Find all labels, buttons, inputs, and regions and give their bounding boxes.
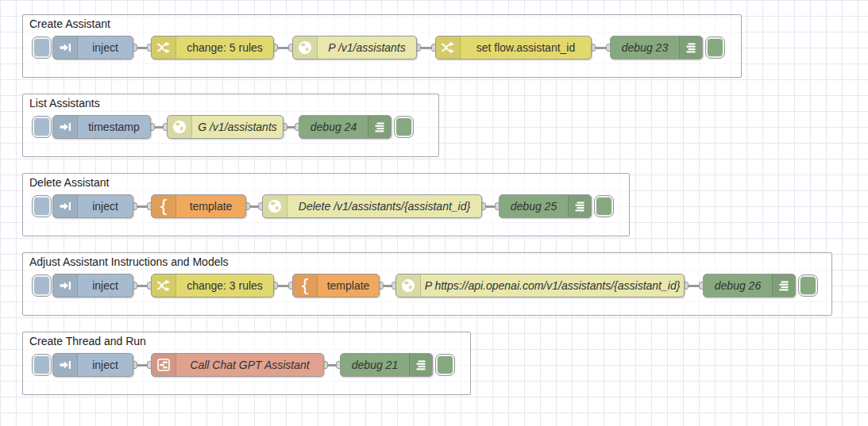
node-label: debug 23 bbox=[611, 36, 679, 59]
node-change-3-rules[interactable]: change: 3 rules bbox=[151, 274, 274, 297]
node-label: Call Chat GPT Assistant bbox=[176, 354, 323, 376]
node-label: debug 21 bbox=[341, 354, 409, 376]
node-g-v1-assistants[interactable]: G /v1/assistants bbox=[167, 115, 284, 139]
debug-toggle-face bbox=[396, 118, 411, 136]
shuffle-arrows-icon bbox=[436, 36, 461, 59]
globe-icon bbox=[396, 274, 421, 297]
node-label: change: 5 rules bbox=[176, 36, 273, 59]
subflow-icon bbox=[152, 354, 176, 376]
inject-button[interactable] bbox=[32, 116, 52, 138]
globe-icon bbox=[293, 36, 318, 59]
group-label: Create Assistant bbox=[29, 17, 110, 30]
curly-brace-icon: { bbox=[293, 274, 318, 297]
node-label: inject bbox=[78, 354, 133, 376]
node-label: P https://api.openai.com/v1/assistants/{… bbox=[421, 274, 684, 297]
node-debug-24[interactable]: debug 24 bbox=[299, 115, 392, 139]
group-label: Delete Assistant bbox=[29, 176, 109, 189]
inject-button[interactable] bbox=[32, 274, 52, 297]
node-label: debug 26 bbox=[704, 274, 772, 297]
debug-toggle-face bbox=[438, 356, 453, 374]
inject-arrow-icon bbox=[53, 195, 78, 217]
node-debug-26[interactable]: debug 26 bbox=[703, 274, 796, 297]
node-debug-23[interactable]: debug 23 bbox=[610, 36, 703, 59]
group-label: Adjust Assistant Instructions and Models bbox=[29, 255, 229, 268]
debug-toggle-button[interactable] bbox=[435, 354, 455, 376]
node-inject[interactable]: inject bbox=[52, 36, 133, 59]
node-label: P /v1/assistants bbox=[318, 36, 416, 59]
inject-button[interactable] bbox=[32, 36, 52, 59]
node-p-https-api-openai-com-v1-assistants-assistant-id[interactable]: P https://api.openai.com/v1/assistants/{… bbox=[395, 274, 685, 297]
inject-button[interactable] bbox=[32, 195, 52, 217]
debug-output-list-icon bbox=[568, 195, 591, 217]
node-delete-v1-assistants-assistant-id[interactable]: Delete /v1/assistants/{assistant_id} bbox=[262, 194, 482, 218]
inject-arrow-icon bbox=[53, 116, 78, 138]
debug-output-list-icon bbox=[409, 354, 432, 376]
node-p-v1-assistants[interactable]: P /v1/assistants bbox=[292, 36, 417, 59]
inject-button-face bbox=[34, 118, 49, 136]
flow-canvas[interactable]: Create AssistantList AssistantsDelete As… bbox=[0, 0, 868, 426]
node-debug-25[interactable]: debug 25 bbox=[499, 194, 592, 218]
node-label: set flow.assistant_id bbox=[461, 36, 591, 59]
debug-toggle-button[interactable] bbox=[594, 195, 614, 217]
node-label: template bbox=[176, 195, 245, 217]
node-label: inject bbox=[78, 36, 133, 59]
debug-toggle-button[interactable] bbox=[798, 274, 818, 297]
node-call-chat-gpt-assistant[interactable]: Call Chat GPT Assistant bbox=[151, 353, 324, 377]
inject-button[interactable] bbox=[32, 354, 52, 376]
debug-toggle-face bbox=[800, 277, 816, 294]
inject-button-face bbox=[34, 356, 49, 374]
inject-button-face bbox=[34, 198, 49, 215]
shuffle-arrows-icon bbox=[152, 274, 176, 297]
debug-toggle-button[interactable] bbox=[705, 36, 725, 59]
shuffle-arrows-icon bbox=[152, 36, 176, 59]
group-label: Create Thread and Run bbox=[29, 335, 146, 347]
debug-toggle-face bbox=[596, 198, 611, 215]
node-label: inject bbox=[78, 195, 133, 217]
node-label: inject bbox=[78, 274, 133, 297]
node-change-5-rules[interactable]: change: 5 rules bbox=[151, 36, 274, 59]
group-label: List Assistants bbox=[29, 97, 100, 109]
node-debug-21[interactable]: debug 21 bbox=[340, 353, 433, 377]
node-label: timestamp bbox=[78, 116, 150, 138]
node-label: debug 24 bbox=[299, 116, 368, 138]
curly-brace-icon: { bbox=[152, 195, 176, 217]
node-inject[interactable]: inject bbox=[52, 353, 133, 377]
inject-arrow-icon bbox=[53, 354, 78, 376]
debug-toggle-button[interactable] bbox=[394, 116, 414, 138]
node-label: template bbox=[318, 274, 379, 297]
globe-icon bbox=[263, 195, 287, 217]
node-label: change: 3 rules bbox=[176, 274, 273, 297]
node-template[interactable]: {template bbox=[292, 274, 380, 297]
inject-arrow-icon bbox=[53, 274, 78, 297]
debug-output-list-icon bbox=[679, 36, 702, 59]
inject-arrow-icon bbox=[53, 36, 78, 59]
debug-output-list-icon bbox=[368, 116, 391, 138]
inject-button-face bbox=[34, 39, 49, 56]
node-label: Delete /v1/assistants/{assistant_id} bbox=[287, 195, 481, 217]
node-inject[interactable]: inject bbox=[52, 274, 133, 297]
debug-output-list-icon bbox=[772, 274, 795, 297]
node-template[interactable]: {template bbox=[151, 194, 246, 218]
node-label: debug 25 bbox=[500, 195, 568, 217]
node-inject[interactable]: inject bbox=[52, 194, 133, 218]
globe-icon bbox=[168, 116, 192, 138]
node-label: G /v1/assistants bbox=[192, 116, 283, 138]
inject-button-face bbox=[34, 277, 49, 294]
node-timestamp[interactable]: timestamp bbox=[52, 115, 151, 139]
debug-toggle-face bbox=[708, 39, 723, 56]
node-set-flow-assistant-id[interactable]: set flow.assistant_id bbox=[435, 36, 592, 59]
